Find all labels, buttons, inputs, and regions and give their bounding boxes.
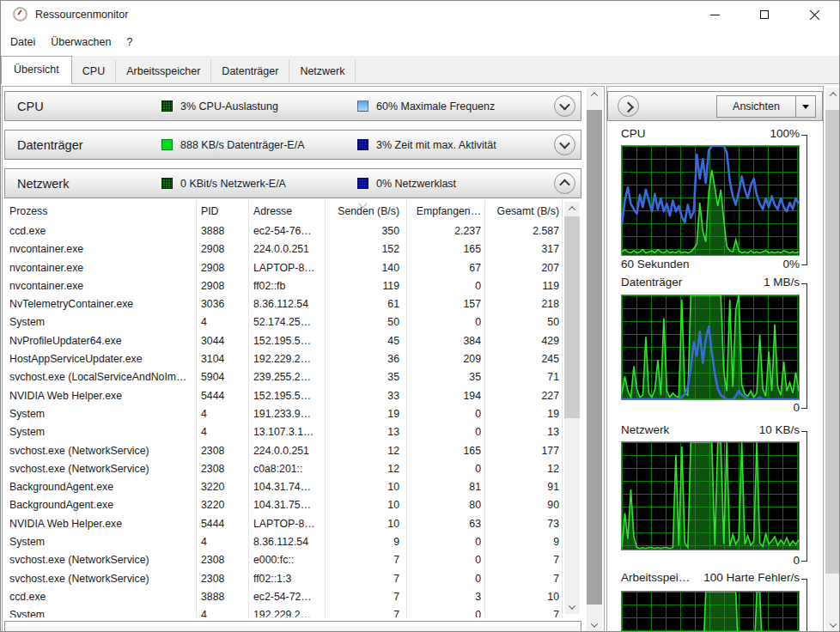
table-row[interactable]: System4191.233.9…19019 — [4, 405, 581, 423]
table-scrollbar[interactable] — [564, 202, 580, 614]
cell-adresse: 191.233.9… — [253, 405, 320, 423]
table-row[interactable]: svchost.exe (LocalServiceAndNoIm…5904239… — [4, 368, 581, 386]
menu-item-ueberwachen[interactable]: Überwachen — [43, 32, 119, 52]
cell-empfangen: 3 — [409, 588, 481, 606]
cell-gesamt: 71 — [487, 368, 559, 386]
tab-uebersicht[interactable]: Übersicht — [1, 56, 72, 84]
cell-pid: 2308 — [201, 442, 244, 460]
scrollbar-thumb[interactable] — [825, 110, 840, 574]
right-pane-scrollbar[interactable] — [825, 88, 840, 632]
memory-graph — [621, 591, 800, 632]
section-header-arbeitsspeicher-partial[interactable] — [4, 621, 581, 632]
section-title: CPU — [5, 100, 161, 113]
table-row[interactable]: ccd.exe3888ec2-54-76…3502.2372.587 — [4, 222, 581, 240]
section-title: Datenträger — [5, 138, 161, 152]
section-header-datentraeger[interactable]: Datenträger 888 KB/s Datenträger-E/A 3% … — [4, 130, 581, 160]
network-load-icon — [357, 178, 368, 189]
scroll-up-button[interactable] — [825, 88, 840, 101]
tab-arbeitsspeicher[interactable]: Arbeitsspeicher — [116, 60, 211, 83]
views-dropdown-arrow[interactable] — [795, 96, 815, 117]
maximize-button[interactable] — [740, 1, 789, 28]
network-graph-footer: 0 — [621, 554, 800, 569]
table-row[interactable]: nvcontainer.exe2908ff02::fb1190119 — [4, 277, 581, 295]
scroll-up-button[interactable] — [587, 88, 602, 101]
cell-senden: 33 — [327, 387, 399, 405]
expand-datentraeger-button[interactable] — [554, 134, 575, 155]
scrollbar-thumb[interactable] — [564, 216, 580, 418]
cpu-usage-icon — [161, 100, 173, 112]
table-row[interactable]: HostAppServiceUpdater.exe3104192.229.2…3… — [4, 350, 581, 368]
cpu-graph-header: CPU 100% — [621, 127, 800, 143]
close-button[interactable] — [789, 1, 839, 28]
table-row[interactable]: svchost.exe (NetworkService)2308ff02::1:… — [4, 570, 581, 588]
cell-gesamt: 227 — [487, 387, 559, 405]
table-row[interactable]: NVIDIA Web Helper.exe5444LAPTOP-8…106373 — [4, 515, 581, 533]
table-row[interactable]: BackgroundAgent.exe3220104.31.75…108090 — [4, 496, 581, 514]
table-row[interactable]: nvcontainer.exe2908LAPTOP-8…14067207 — [4, 259, 581, 277]
collapse-netzwerk-button[interactable] — [554, 173, 575, 194]
network-graph-header: Netzwerk 10 KB/s — [621, 423, 800, 439]
network-io-stat: 0 KBit/s Netzwerk-E/A — [161, 178, 357, 190]
expand-cpu-button[interactable] — [554, 95, 575, 117]
cell-empfangen: 80 — [409, 496, 481, 514]
cell-adresse: ec2-54-72… — [253, 588, 320, 606]
column-header-pid[interactable]: PID — [201, 200, 244, 222]
disk-io-label: 888 KB/s Datenträger-E/A — [180, 139, 305, 151]
cell-adresse: c0a8:201:: — [253, 460, 320, 478]
table-row[interactable]: ccd.exe3888ec2-54-72…7310 — [4, 588, 581, 606]
tab-cpu[interactable]: CPU — [72, 60, 116, 83]
table-row[interactable]: NVIDIA Web Helper.exe5444152.195.5…33194… — [4, 387, 581, 405]
cell-gesamt: 2.587 — [487, 222, 559, 240]
column-header-adresse[interactable]: Adresse — [253, 200, 320, 222]
cell-senden: 12 — [327, 442, 399, 460]
column-header-senden[interactable]: Senden (B/s) — [327, 200, 399, 222]
table-row[interactable]: BackgroundAgent.exe3220104.31.74…108191 — [4, 478, 581, 496]
menu-item-help[interactable]: ? — [119, 32, 140, 52]
network-load-stat: 0% Netzwerklast — [357, 178, 553, 190]
table-row[interactable]: System48.36.112.54909 — [4, 533, 581, 551]
scroll-down-button[interactable] — [587, 618, 602, 632]
section-header-cpu[interactable]: CPU 3% CPU-Auslastung 60% Maximale Frequ… — [4, 91, 581, 121]
views-dropdown-button[interactable]: Ansichten — [716, 95, 816, 118]
disk-activity-label: 3% Zeit mit max. Aktivität — [376, 139, 496, 151]
cell-senden: 119 — [327, 277, 399, 295]
graph-title: Datenträger — [621, 276, 682, 291]
table-row[interactable]: svchost.exe (NetworkService)2308e000:fc:… — [4, 551, 581, 569]
section-header-netzwerk[interactable]: Netzwerk 0 KBit/s Netzwerk-E/A 0% Netzwe… — [4, 168, 581, 198]
cell-pid: 5904 — [201, 368, 244, 386]
tab-datentraeger[interactable]: Datenträger — [211, 60, 289, 83]
network-io-label: 0 KBit/s Netzwerk-E/A — [180, 178, 286, 190]
scroll-down-icon — [829, 620, 836, 627]
cell-pid: 2308 — [201, 570, 244, 588]
cell-prozess: BackgroundAgent.exe — [9, 478, 192, 496]
cpu-graph — [621, 145, 800, 256]
column-header-prozess[interactable]: Prozess — [9, 200, 192, 222]
cell-pid: 4 — [201, 606, 244, 617]
cell-senden: 10 — [327, 496, 399, 514]
scroll-down-button[interactable] — [564, 600, 580, 614]
tab-netzwerk[interactable]: Netzwerk — [289, 60, 356, 83]
scroll-up-button[interactable] — [564, 202, 580, 216]
table-row[interactable]: NvTelemetryContainer.exe30368.36.112.546… — [4, 295, 581, 313]
cell-senden: 350 — [327, 222, 399, 240]
column-header-gesamt[interactable]: Gesamt (B/s) — [487, 200, 559, 222]
table-row[interactable]: System4192.229.2…707 — [4, 606, 581, 617]
table-row[interactable]: svchost.exe (NetworkService)2308c0a8:201… — [4, 460, 581, 478]
cell-prozess: NVIDIA Web Helper.exe — [9, 387, 192, 405]
chevron-down-icon — [559, 138, 570, 149]
close-icon — [809, 9, 820, 21]
menu-item-datei[interactable]: Datei — [3, 32, 43, 52]
table-row[interactable]: svchost.exe (NetworkService)2308224.0.0.… — [4, 442, 581, 460]
scroll-down-button[interactable] — [825, 618, 840, 632]
collapse-panel-button[interactable] — [618, 95, 639, 117]
table-row[interactable]: nvcontainer.exe2908224.0.0.251152165317 — [4, 240, 581, 258]
dropdown-arrow-icon — [802, 105, 809, 109]
table-row[interactable]: NvProfileUpdater64.exe3044152.195.5…4538… — [4, 332, 581, 350]
column-header-empfangen[interactable]: Empfangen… — [409, 200, 481, 222]
cell-empfangen: 0 — [409, 460, 481, 478]
left-pane-scrollbar[interactable] — [587, 88, 602, 632]
table-row[interactable]: System413.107.3.1…13013 — [4, 423, 581, 441]
table-row[interactable]: System452.174.25…50050 — [4, 313, 581, 331]
scrollbar-thumb[interactable] — [587, 110, 602, 605]
minimize-button[interactable] — [690, 1, 740, 28]
